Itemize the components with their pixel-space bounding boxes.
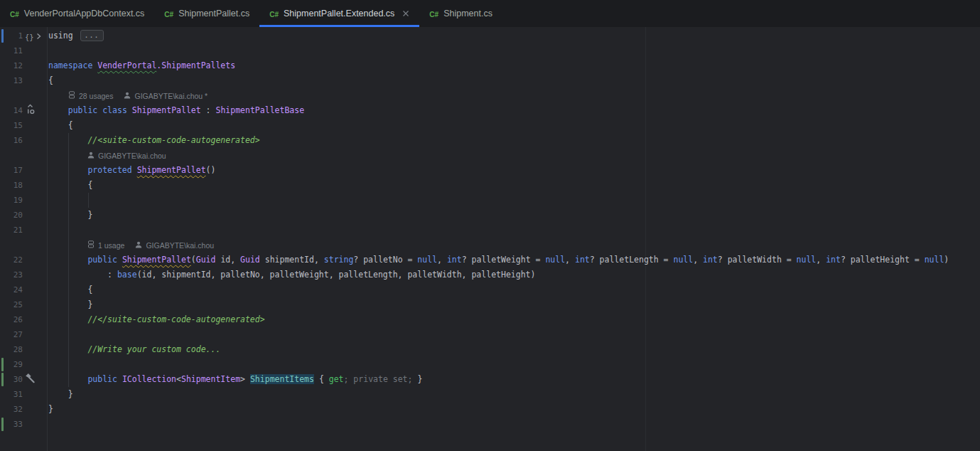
editor-tab[interactable]: C#Shipment.cs (419, 0, 502, 27)
code-token: } (48, 299, 92, 309)
gutter: 33 (0, 417, 48, 432)
chevron-right-icon[interactable] (36, 30, 41, 43)
line-number: 20 (0, 208, 23, 223)
line-number: 21 (0, 223, 23, 238)
tab-bar: C#VenderPortalAppDbContext.csC#ShipmentP… (0, 0, 980, 27)
code-token: } (48, 404, 53, 414)
usages-inlay[interactable]: 28 usages (68, 91, 113, 100)
code-text[interactable]: } (48, 387, 73, 402)
code-token: { (48, 120, 73, 130)
code-token: ( (191, 255, 196, 265)
braces-icon[interactable]: {} (25, 30, 34, 43)
line-number: 26 (0, 312, 23, 327)
code-line: 32} (0, 402, 980, 417)
author-inlay[interactable]: GIGABYTE\kai.chou (135, 241, 214, 250)
code-token: : (201, 105, 216, 115)
code-token: //<suite-custom-code-autogenerated> (87, 135, 259, 145)
code-token: ShipmentItems (250, 374, 314, 384)
code-token: class (102, 105, 127, 115)
code-token: , (565, 255, 575, 265)
code-token: , (693, 255, 703, 265)
code-token: public (87, 374, 117, 384)
code-text[interactable]: //<suite-custom-code-autogenerated> (48, 133, 260, 148)
code-token (48, 135, 87, 145)
code-token: ? palletWidth = (718, 255, 797, 265)
hammer-icon[interactable] (25, 373, 36, 386)
code-line: 13{ (0, 73, 980, 88)
gutter: 27 (0, 327, 48, 342)
author-inlay[interactable]: GIGABYTE\kai.chou * (124, 92, 208, 100)
line-number: 24 (0, 282, 23, 297)
code-token: Guid (196, 255, 216, 265)
gutter (0, 238, 48, 253)
editor-tab[interactable]: C#VenderPortalAppDbContext.cs (0, 0, 154, 27)
editor-tab[interactable]: C#ShipmentPallet.Extended.cs (259, 0, 419, 27)
code-text[interactable]: public class ShipmentPallet : ShipmentPa… (48, 103, 304, 118)
person-icon (124, 92, 131, 100)
code-line: 28 //Write your custom code... (0, 342, 980, 357)
code-token (48, 255, 87, 265)
usages-icon (87, 240, 95, 250)
code-token: ShipmentPallet (137, 165, 206, 175)
code-line: 33 (0, 417, 980, 432)
code-text[interactable]: using ... (48, 28, 104, 43)
code-text[interactable]: //Write your custom code... (48, 342, 220, 357)
code-token: { (48, 75, 53, 85)
code-text[interactable]: //</suite-custom-code-autogenerated> (48, 312, 265, 327)
csharp-icon: C# (429, 7, 438, 20)
code-text[interactable]: namespace VenderPortal.ShipmentPallets (48, 58, 235, 73)
gutter: 24 (0, 282, 48, 297)
usages-inlay[interactable]: 1 usage (87, 240, 124, 250)
code-line: 19 (0, 193, 980, 208)
close-icon[interactable] (402, 10, 409, 17)
gutter: 12 (0, 58, 48, 73)
code-token: } (417, 374, 422, 384)
inlay-text: GIGABYTE\kai.chou * (134, 92, 208, 100)
line-number: 33 (0, 417, 23, 432)
code-token (48, 344, 87, 354)
inlay-hint-row: 1 usageGIGABYTE\kai.chou (0, 238, 980, 253)
code-token: int (826, 255, 841, 265)
code-token: string (324, 255, 354, 265)
code-token: int (575, 255, 590, 265)
code-token: namespace (48, 60, 97, 70)
code-token: ? palletNo = (353, 255, 417, 265)
code-text[interactable]: } (48, 402, 53, 417)
code-text[interactable]: } (48, 208, 92, 223)
code-text[interactable]: public ShipmentPallet(Guid id, Guid ship… (48, 253, 949, 267)
code-line: 11 (0, 43, 980, 58)
inlay-hints: 28 usagesGIGABYTE\kai.chou * (68, 88, 208, 103)
gutter (0, 148, 48, 163)
code-token: get (329, 374, 344, 384)
line-number: 1 (0, 28, 23, 43)
code-text[interactable]: public ICollection<ShipmentItem> Shipmen… (48, 372, 422, 387)
code-text[interactable]: { (48, 178, 92, 193)
tab-label: Shipment.cs (443, 9, 492, 18)
line-number: 29 (0, 357, 23, 372)
code-token: Guid (240, 255, 260, 265)
code-text[interactable]: } (48, 297, 92, 312)
inlay-hints: 1 usageGIGABYTE\kai.chou (87, 238, 214, 253)
code-token: ? palletHeight = (841, 255, 925, 265)
code-token: ; private set; (344, 374, 418, 384)
editor-tab[interactable]: C#ShipmentPallet.cs (154, 0, 259, 27)
code-token: .ShipmentPallets (156, 60, 235, 70)
code-text[interactable]: { (48, 73, 53, 88)
inlay-hint-row: 28 usagesGIGABYTE\kai.chou * (0, 88, 980, 103)
inheritors-icon[interactable] (25, 104, 36, 117)
code-token: } (48, 210, 92, 220)
code-text[interactable]: { (48, 118, 73, 133)
author-inlay[interactable]: GIGABYTE\kai.chou (87, 152, 166, 160)
code-token: { (48, 180, 92, 190)
gutter: 22 (0, 253, 48, 267)
person-icon (87, 152, 95, 160)
code-text[interactable]: { (48, 282, 92, 297)
code-token: //Write your custom code... (87, 344, 220, 354)
folded-code-badge[interactable]: ... (80, 30, 104, 41)
gutter: 13 (0, 73, 48, 88)
code-lines: 1{}using ...1112namespace VenderPortal.S… (0, 28, 980, 432)
inlay-text: 1 usage (98, 241, 124, 250)
code-text[interactable]: protected ShipmentPallet() (48, 163, 215, 178)
code-text[interactable]: : base(id, shipmentId, palletNo, palletW… (48, 267, 535, 282)
gutter: 31 (0, 387, 48, 402)
